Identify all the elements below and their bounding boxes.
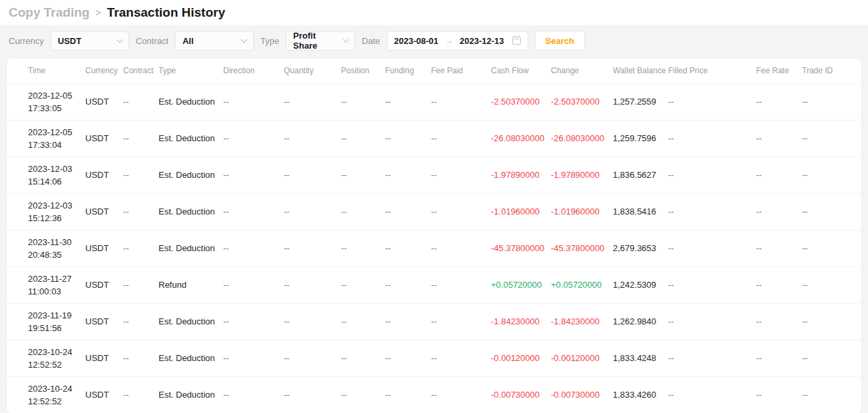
cell-funding: -- (385, 303, 431, 340)
cell-type: Est. Deduction (159, 340, 223, 376)
cell-position: -- (341, 340, 385, 376)
cell-contract: -- (123, 157, 159, 193)
cell-quantity: -- (284, 303, 341, 340)
cell-type: Est. Deduction (159, 193, 223, 230)
cell-type: Est. Deduction (159, 376, 223, 413)
cell-wallet-balance: 1,838.5416 (613, 193, 668, 230)
cell-time: 2023-10-24 12:52:52 (7, 340, 85, 376)
cell-change: -1.84230000 (551, 303, 613, 340)
transaction-date: 2023-12-03 (28, 199, 85, 212)
cell-filled-price: -- (668, 193, 756, 230)
cell-direction: -- (223, 340, 284, 376)
cell-position: -- (341, 230, 385, 266)
transaction-table-card: TimeCurrencyContractTypeDirectionQuantit… (7, 59, 861, 413)
cell-fee-rate: -- (756, 193, 802, 230)
column-header-filled-price: Filled Price (668, 59, 756, 83)
cell-fee-paid: -- (431, 120, 491, 157)
cell-cash-flow: -45.37800000 (491, 230, 551, 266)
cell-currency: USDT (85, 230, 123, 266)
cell-quantity: -- (284, 340, 341, 376)
cell-currency: USDT (85, 193, 123, 230)
currency-select[interactable]: USDT (51, 31, 129, 51)
cell-trade-id: -- (802, 83, 861, 120)
cell-contract: -- (123, 266, 159, 303)
cell-filled-price: -- (668, 157, 756, 193)
cell-cash-flow: +0.05720000 (491, 266, 551, 303)
transaction-date: 2023-10-24 (28, 382, 85, 395)
cell-position: -- (341, 193, 385, 230)
cell-funding: -- (385, 193, 431, 230)
type-select-value: Profit Share (293, 31, 338, 51)
cell-cash-flow: -1.97890000 (491, 157, 551, 193)
breadcrumb-parent-link[interactable]: Copy Trading (9, 5, 89, 20)
cell-time: 2023-11-19 19:51:56 (7, 303, 85, 340)
cell-fee-paid: -- (431, 303, 491, 340)
cell-contract: -- (123, 230, 159, 266)
cell-fee-paid: -- (431, 266, 491, 303)
transaction-time: 12:52:52 (28, 358, 85, 371)
cell-type: Est. Deduction (159, 83, 223, 120)
table-row: 2023-11-30 20:48:35 USDT -- Est. Deducti… (7, 230, 861, 266)
type-select[interactable]: Profit Share (286, 31, 355, 51)
page-title: Transaction History (107, 5, 225, 20)
cell-wallet-balance: 1,259.7596 (613, 120, 668, 157)
cell-position: -- (341, 120, 385, 157)
cell-contract: -- (123, 83, 159, 120)
cell-type: Est. Deduction (159, 157, 223, 193)
cell-change: -0.00730000 (551, 376, 613, 413)
cell-contract: -- (123, 376, 159, 413)
cell-fee-paid: -- (431, 376, 491, 413)
transaction-table: TimeCurrencyContractTypeDirectionQuantit… (7, 59, 861, 413)
cell-fee-rate: -- (756, 120, 802, 157)
column-header-time: Time (7, 59, 85, 83)
cell-trade-id: -- (802, 376, 861, 413)
table-row: 2023-11-27 11:00:03 USDT -- Refund -- --… (7, 266, 861, 303)
date-start-value[interactable]: 2023-08-01 (394, 36, 439, 46)
cell-wallet-balance: 1,257.2559 (613, 83, 668, 120)
cell-quantity: -- (284, 157, 341, 193)
column-header-change: Change (551, 59, 613, 83)
table-row: 2023-12-05 17:33:05 USDT -- Est. Deducti… (7, 83, 861, 120)
cell-quantity: -- (284, 120, 341, 157)
cell-wallet-balance: 1,242.5309 (613, 266, 668, 303)
cell-direction: -- (223, 303, 284, 340)
cell-funding: -- (385, 120, 431, 157)
cell-quantity: -- (284, 83, 341, 120)
cell-change: -2.50370000 (551, 83, 613, 120)
cell-trade-id: -- (802, 193, 861, 230)
table-row: 2023-12-03 15:14:06 USDT -- Est. Deducti… (7, 157, 861, 193)
transaction-time: 11:00:03 (28, 285, 85, 298)
column-header-type: Type (159, 59, 223, 83)
transaction-date: 2023-12-03 (28, 163, 85, 175)
date-end-value[interactable]: 2023-12-13 (460, 36, 504, 46)
column-header-fee-paid: Fee Paid (431, 59, 491, 83)
column-header-contract: Contract (123, 59, 159, 83)
cell-trade-id: -- (802, 340, 861, 376)
cell-change: -26.08030000 (551, 120, 613, 157)
transaction-date: 2023-11-27 (28, 272, 85, 285)
search-button[interactable]: Search (535, 31, 585, 51)
cell-quantity: -- (284, 266, 341, 303)
table-row: 2023-10-24 12:52:52 USDT -- Est. Deducti… (7, 340, 861, 376)
cell-currency: USDT (85, 266, 123, 303)
cell-cash-flow: -1.01960000 (491, 193, 551, 230)
filter-bar: Currency USDT Contract All Type Profit S… (0, 25, 868, 56)
cell-filled-price: -- (668, 120, 756, 157)
contract-select[interactable]: All (175, 31, 254, 51)
date-range-arrow: → (445, 36, 453, 45)
cell-fee-rate: -- (756, 340, 802, 376)
cell-fee-rate: -- (756, 376, 802, 413)
calendar-icon[interactable] (512, 37, 521, 45)
cell-time: 2023-10-24 12:52:52 (7, 376, 85, 413)
transaction-date: 2023-12-05 (28, 89, 85, 102)
cell-quantity: -- (284, 193, 341, 230)
breadcrumb-separator: > (95, 7, 101, 18)
cell-funding: -- (385, 157, 431, 193)
transaction-date: 2023-11-30 (28, 236, 85, 248)
transaction-date: 2023-11-19 (28, 309, 85, 322)
date-range-input[interactable]: 2023-08-01 → 2023-12-13 (387, 31, 528, 51)
cell-change: -45.37800000 (551, 230, 613, 266)
cell-time: 2023-12-03 15:14:06 (7, 157, 85, 193)
transaction-date: 2023-10-24 (28, 346, 85, 358)
transaction-time: 15:14:06 (28, 175, 85, 188)
